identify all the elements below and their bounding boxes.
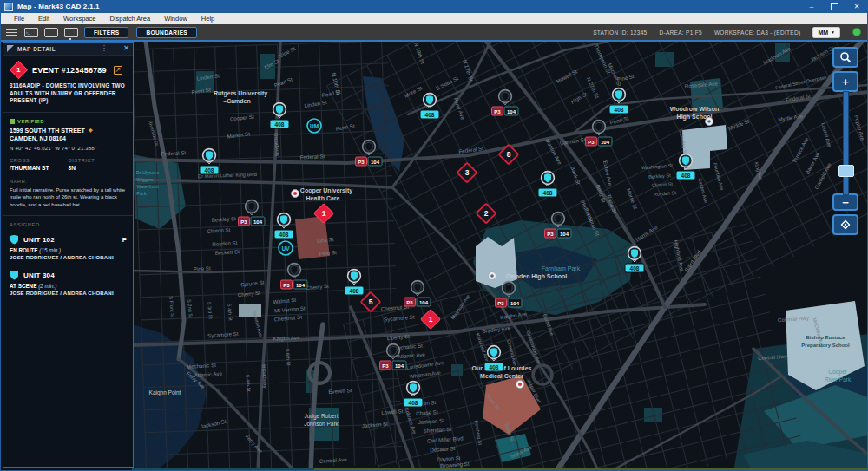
shield-icon: [10, 234, 19, 245]
map-text: 408: [279, 232, 289, 238]
landmark-circle-marker[interactable]: UV: [279, 241, 293, 255]
search-icon: [839, 51, 852, 63]
menu-bar: FileEditWorkspaceDispatch AreaWindowHelp: [0, 13, 868, 25]
poi-dot: [518, 383, 522, 386]
building-footprint: [314, 468, 868, 471]
street-label: Farnham Park: [542, 265, 581, 271]
divider: [3, 215, 133, 216]
shield-icon: [595, 122, 602, 131]
zoom-slider-track[interactable]: [843, 91, 849, 195]
mm-dropdown[interactable]: MM ▼: [812, 27, 840, 38]
landmark-label: Woodrow Wilson: [670, 106, 720, 112]
map-text: 5: [369, 298, 373, 306]
map-text: 408: [205, 167, 214, 173]
map-text: 408: [425, 112, 435, 118]
shield-icon: [505, 284, 512, 292]
street-label: Park: [136, 191, 147, 196]
street-label: Judge Robert: [304, 413, 338, 420]
landmark-label: Rutgers University: [214, 90, 267, 97]
zoom-out-button[interactable]: −: [832, 193, 858, 211]
hamburger-menu-icon[interactable]: [6, 29, 17, 36]
unit-name: UNIT 304: [23, 271, 55, 279]
map-text: P3: [382, 363, 389, 369]
narrative-label: NARR.: [10, 179, 127, 184]
event-badge: 1: [16, 66, 20, 74]
map-text: 408: [350, 288, 359, 294]
external-link-icon[interactable]: ↗: [114, 66, 122, 75]
command-line-icon[interactable]: ›_: [24, 28, 38, 37]
poi-marker[interactable]: [516, 381, 524, 389]
connection-status-dot: [852, 28, 861, 36]
map-text: P3: [406, 300, 413, 305]
street-label: Wiggins: [136, 177, 154, 182]
close-button[interactable]: ✕: [845, 0, 868, 13]
status-item-1: D-AREA: P1 F5: [659, 29, 701, 36]
status-item-2: WORKSPACE: DA3 - (EDITED): [714, 29, 800, 36]
map-corner-icon: [7, 45, 14, 52]
map-search-button[interactable]: [832, 47, 858, 68]
map-text: UV: [281, 245, 290, 252]
landmark-label: Preparatory School: [801, 343, 850, 348]
street-label: Broadway: [261, 364, 268, 389]
zoom-slider-handle[interactable]: [838, 165, 854, 177]
map-text: 104: [296, 283, 306, 288]
unit-time: (2 min.): [38, 283, 56, 289]
street-label: Waterfront: [136, 184, 159, 189]
landmark-label: Cooper University: [300, 187, 352, 194]
chat-icon[interactable]: [44, 28, 58, 37]
panel-title: MAP DETAIL: [17, 46, 56, 52]
map-text: 408: [275, 121, 285, 128]
kebab-menu-icon[interactable]: ⋮: [101, 45, 108, 52]
map-text: 104: [601, 140, 610, 145]
locate-button[interactable]: [832, 214, 858, 235]
shield-icon: [555, 214, 562, 223]
menu-item-file[interactable]: File: [7, 13, 31, 24]
menu-item-help[interactable]: Help: [194, 13, 221, 24]
panel-close-icon[interactable]: ✕: [123, 45, 129, 52]
boundaries-button[interactable]: BOUNDARIES: [136, 27, 197, 38]
cross-value: /THURMAN ST: [10, 165, 69, 171]
menu-item-edit[interactable]: Edit: [31, 13, 56, 24]
poi-marker[interactable]: [489, 272, 496, 280]
minimize-button[interactable]: –: [800, 0, 823, 13]
map-controls: + −: [832, 47, 859, 235]
zoom-in-button[interactable]: +: [832, 71, 858, 92]
landmark-circle-marker[interactable]: UM: [307, 119, 321, 133]
address-line1: 1599 SOUTH 7TH STREET: [10, 128, 85, 134]
street-label: Dr.Ulysses: [136, 170, 160, 175]
narrative-text: Full initial narrative. Purse snatched b…: [10, 186, 127, 208]
map-text: 104: [560, 232, 569, 237]
map-text: P3: [494, 109, 501, 114]
map-text: UM: [310, 123, 319, 129]
street-label: Kaighn Point: [149, 389, 181, 396]
status-item-0: STATION ID: 12345: [593, 29, 647, 36]
assigned-label: ASSIGNED: [10, 222, 127, 227]
building-footprint: [132, 468, 314, 471]
maximize-button[interactable]: [823, 0, 845, 13]
poi-marker[interactable]: [706, 118, 713, 126]
assigned-unit-row[interactable]: UNIT 304AT SCENE (2 min.)JOSE RODRIGUEZ …: [10, 270, 127, 296]
crosshair-icon[interactable]: ⌖: [89, 128, 93, 134]
menu-item-dispatch-area[interactable]: Dispatch Area: [102, 13, 157, 24]
street-label: River Park: [825, 376, 852, 383]
street-label: Pine St: [194, 265, 212, 271]
assigned-unit-row[interactable]: UNIT 102PEN ROUTE (15 min.)JOSE RODRIGUE…: [10, 234, 127, 260]
map-text: 8: [507, 150, 511, 159]
shield-icon: [10, 270, 19, 280]
building-footprint: [476, 237, 517, 288]
map-text: P3: [588, 140, 595, 145]
unit-priority: P: [122, 236, 127, 244]
panel-minimize-icon[interactable]: –: [114, 45, 117, 52]
poi-dot: [293, 192, 297, 195]
map-text: P3: [240, 219, 247, 225]
menu-item-workspace[interactable]: Workspace: [56, 13, 102, 24]
display-icon[interactable]: [64, 28, 78, 37]
divider: [3, 112, 133, 113]
menu-item-window[interactable]: Window: [157, 13, 194, 24]
address-line2: CAMDEN, NJ 08104: [10, 135, 127, 141]
landmark-label: –Camden: [223, 98, 251, 104]
street-label: Johnson Park: [304, 421, 339, 427]
map-text: 104: [253, 219, 263, 225]
filters-button[interactable]: FILTERS: [84, 27, 128, 38]
poi-marker[interactable]: [292, 190, 299, 198]
